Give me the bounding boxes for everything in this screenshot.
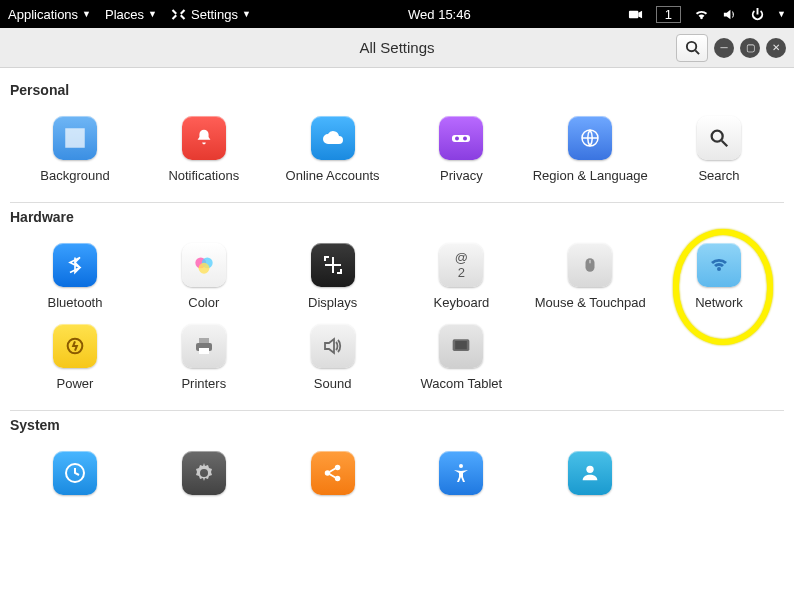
search-button[interactable]	[676, 34, 708, 62]
close-icon: ✕	[772, 42, 780, 53]
item-power[interactable]: Power	[16, 324, 134, 392]
mask-icon	[439, 116, 483, 160]
item-label: Power	[57, 376, 94, 392]
svg-rect-21	[456, 341, 468, 349]
svg-line-2	[695, 50, 699, 54]
svg-rect-19	[199, 348, 209, 354]
item-label: Displays	[308, 295, 357, 311]
item-label: Printers	[181, 376, 226, 392]
record-icon[interactable]	[628, 6, 644, 22]
wifi-icon[interactable]	[693, 6, 709, 22]
svg-rect-18	[199, 338, 209, 343]
menu-settings-label: Settings	[191, 7, 238, 22]
item-notifications[interactable]: Notifications	[145, 116, 263, 184]
svg-line-8	[722, 141, 728, 147]
item-date-time[interactable]: Date & Ti…	[16, 451, 134, 519]
svg-rect-0	[629, 10, 638, 18]
item-search[interactable]: Search	[660, 116, 778, 184]
svg-rect-15	[589, 260, 591, 264]
item-label: Color	[188, 295, 219, 311]
panel-clock[interactable]: Wed 15:46	[251, 7, 628, 22]
item-background[interactable]: Background	[16, 116, 134, 184]
item-universal-access[interactable]: Univers…	[402, 451, 520, 519]
item-label: Region & Language	[533, 168, 648, 184]
globe-icon	[568, 116, 612, 160]
item-keyboard[interactable]: @2 Keyboard	[402, 243, 520, 311]
caret-down-icon: ▼	[82, 9, 91, 19]
item-label: Keyboard	[434, 295, 490, 311]
menu-applications[interactable]: Applications ▼	[8, 7, 91, 22]
item-region-language[interactable]: Region & Language	[531, 116, 649, 184]
workspace-indicator[interactable]: 1	[656, 6, 681, 23]
window-maximize-button[interactable]: ▢	[740, 38, 760, 58]
cloud-icon	[311, 116, 355, 160]
search-icon	[697, 116, 741, 160]
window-minimize-button[interactable]: ─	[714, 38, 734, 58]
item-printers[interactable]: Printers	[145, 324, 263, 392]
share-icon	[311, 451, 355, 495]
item-label: Wacom Tablet	[421, 376, 503, 392]
sound-icon	[311, 324, 355, 368]
item-label: Notifications	[168, 168, 239, 184]
bluetooth-icon	[53, 243, 97, 287]
panel-left: Applications ▼ Places ▼ Settings ▼	[0, 6, 251, 22]
item-users[interactable]: Us…	[531, 451, 649, 519]
caret-down-icon: ▼	[148, 9, 157, 19]
maximize-icon: ▢	[746, 42, 755, 53]
highlight-annotation	[697, 243, 741, 287]
item-online-accounts[interactable]: Online Accounts	[274, 116, 392, 184]
menu-settings[interactable]: Settings ▼	[171, 6, 251, 22]
network-icon	[697, 243, 741, 287]
item-mouse-touchpad[interactable]: Mouse & Touchpad	[531, 243, 649, 311]
item-label: Mouse & Touchpad	[535, 295, 646, 311]
item-displays[interactable]: Displays	[274, 243, 392, 311]
color-icon	[182, 243, 226, 287]
tablet-icon	[439, 324, 483, 368]
tools-icon	[171, 6, 187, 22]
svg-point-24	[334, 465, 340, 471]
section-grid-hardware: Bluetooth Color Displays @2 Keyboard Mou…	[8, 233, 786, 410]
window-title: All Settings	[0, 39, 794, 56]
keyboard-icon: @2	[439, 243, 483, 287]
volume-icon[interactable]	[721, 6, 737, 22]
printer-icon	[182, 324, 226, 368]
svg-point-25	[334, 476, 340, 482]
item-wacom-tablet[interactable]: Wacom Tablet	[402, 324, 520, 392]
item-network[interactable]: Network	[660, 243, 778, 311]
item-privacy[interactable]: Privacy	[402, 116, 520, 184]
item-label: Privacy	[440, 168, 483, 184]
search-icon	[685, 40, 700, 55]
power-icon[interactable]	[749, 6, 765, 22]
menu-places[interactable]: Places ▼	[105, 7, 157, 22]
item-label: Online Accounts	[286, 168, 380, 184]
item-details[interactable]: Detail…	[145, 451, 263, 519]
caret-down-icon[interactable]: ▼	[777, 9, 786, 19]
svg-point-1	[686, 42, 695, 51]
accessibility-icon	[439, 451, 483, 495]
panel-right: 1 ▼	[628, 6, 794, 23]
item-bluetooth[interactable]: Bluetooth	[16, 243, 134, 311]
section-grid-system: Date & Ti… Detail… Shari… Univers… Us…	[8, 441, 786, 519]
minimize-icon: ─	[720, 42, 727, 53]
svg-point-11	[198, 263, 209, 274]
item-sound[interactable]: Sound	[274, 324, 392, 392]
item-sharing[interactable]: Shari…	[274, 451, 392, 519]
menu-applications-label: Applications	[8, 7, 78, 22]
power-icon	[53, 324, 97, 368]
svg-point-4	[455, 137, 459, 141]
caret-down-icon: ▼	[242, 9, 251, 19]
window-titlebar: All Settings ─ ▢ ✕	[0, 28, 794, 68]
top-panel: Applications ▼ Places ▼ Settings ▼ Wed 1…	[0, 0, 794, 28]
settings-content: Personal Background Notifications Online…	[0, 68, 794, 603]
displays-icon	[311, 243, 355, 287]
item-color[interactable]: Color	[145, 243, 263, 311]
svg-rect-3	[452, 135, 470, 142]
section-title-personal: Personal	[8, 76, 786, 106]
background-icon	[53, 116, 97, 160]
section-grid-personal: Background Notifications Online Accounts…	[8, 106, 786, 202]
window-close-button[interactable]: ✕	[766, 38, 786, 58]
bell-icon	[182, 116, 226, 160]
clock-icon	[53, 451, 97, 495]
svg-point-7	[712, 131, 723, 142]
item-label: Bluetooth	[48, 295, 103, 311]
